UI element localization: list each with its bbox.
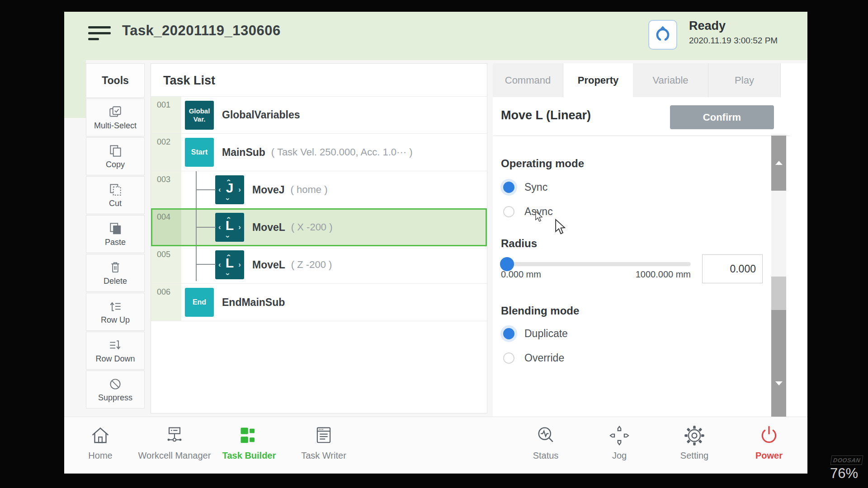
tool-label: Suppress (98, 393, 132, 403)
tree-connector (196, 189, 216, 190)
task-row-globalvariables[interactable]: 001 Global Var. GlobalVariables (151, 96, 487, 134)
radio-sync[interactable]: Sync (503, 181, 547, 193)
radius-slider-track[interactable] (501, 262, 691, 266)
row-up-button[interactable]: Row Up (86, 293, 145, 331)
nav-status[interactable]: Status (507, 422, 584, 471)
row-number: 002 (151, 134, 181, 171)
hamburger-menu-icon[interactable] (88, 26, 111, 45)
task-params: ( home ) (291, 184, 328, 196)
radio-selected-icon[interactable] (503, 328, 514, 339)
radio-selected-icon[interactable] (503, 182, 514, 193)
task-params: ( Task Vel. 250.000, Acc. 1.0··· ) (271, 146, 413, 158)
task-row-endmainsub[interactable]: 006 End EndMainSub (151, 284, 487, 321)
tools-title: Tools (86, 63, 145, 98)
movej-icon: J ‹› ›› (215, 175, 244, 204)
task-name: MainSub (222, 146, 265, 159)
power-icon (758, 424, 780, 447)
radio-async[interactable]: Async (503, 206, 553, 218)
suppress-icon (108, 376, 123, 392)
start-badge: Start (185, 138, 214, 167)
tool-label: Copy (106, 160, 125, 169)
property-scrollbar[interactable] (771, 134, 786, 417)
row-down-icon (108, 338, 123, 353)
confirm-button[interactable]: Confirm (670, 105, 774, 129)
tree-connector (196, 227, 216, 228)
tab-play[interactable]: Play (708, 63, 781, 97)
nav-setting[interactable]: Setting (656, 422, 733, 471)
volume-percent-overlay: 76% (830, 465, 858, 482)
nav-power[interactable]: Power (731, 422, 807, 471)
tab-command[interactable]: Command (493, 63, 563, 97)
row-number: 006 (151, 284, 181, 321)
paste-icon (108, 221, 123, 236)
paste-button[interactable]: Paste (86, 215, 145, 253)
task-list-title: Task List (163, 74, 215, 88)
row-number: 001 (151, 97, 181, 133)
row-up-icon (108, 299, 123, 314)
task-row-movel-2[interactable]: 005 L ‹› ›› MoveL ( Z -200 ) (151, 246, 487, 284)
delete-button[interactable]: Delete (86, 254, 145, 292)
row-number: 004 (151, 209, 181, 246)
doosan-watermark: DOOSAN (830, 455, 863, 465)
tab-variable[interactable]: Variable (633, 63, 708, 97)
task-name: GlobalVariables (222, 109, 300, 121)
task-name: EndMainSub (222, 296, 285, 309)
operating-mode-label: Operating mode (501, 157, 584, 170)
tool-label: Paste (105, 238, 126, 247)
scroll-down-icon (775, 381, 783, 385)
row-down-button[interactable]: Row Down (86, 332, 145, 370)
blending-mode-label: Blending mode (501, 305, 579, 317)
robot-status-button[interactable] (648, 20, 677, 50)
task-row-mainsub[interactable]: 002 Start MainSub ( Task Vel. 250.000, A… (151, 134, 487, 171)
tab-property[interactable]: Property (563, 63, 633, 97)
tool-label: Delete (104, 277, 127, 286)
status-icon (534, 424, 557, 447)
task-list-panel: Task List 001 Global Var. GlobalVariable… (151, 63, 487, 413)
movel-icon: L ‹› ›› (215, 250, 244, 279)
cut-button[interactable]: Cut (86, 176, 145, 214)
multi-select-button[interactable]: Multi-Select (86, 99, 145, 136)
scroll-thumb[interactable] (771, 277, 786, 310)
jog-icon (608, 424, 631, 447)
tools-sidebar: Tools Multi-Select Copy Cut (86, 63, 145, 417)
radio-override[interactable]: Override (503, 352, 564, 364)
page-title: Task_20201119_130606 (122, 23, 281, 39)
task-name: MoveJ (252, 184, 285, 196)
setting-icon (683, 424, 706, 447)
radio-unselected-icon[interactable] (503, 206, 514, 217)
task-name: MoveL (252, 221, 285, 234)
property-panel: Command Property Variable Play Move L (L… (493, 63, 807, 417)
row-number: 003 (151, 171, 181, 208)
scroll-up-button[interactable] (771, 136, 786, 191)
divider (493, 136, 790, 136)
suppress-button[interactable]: Suppress (86, 371, 145, 408)
status-timestamp: 2020.11.19 3:00:52 PM (689, 36, 778, 46)
radius-label: Radius (501, 237, 537, 250)
movel-icon: L ‹› ›› (215, 213, 244, 242)
tool-label: Row Up (101, 315, 130, 325)
task-params: ( Z -200 ) (291, 259, 332, 271)
status-label: Ready (689, 19, 778, 33)
nav-workcell-manager[interactable]: Workcell Manager (136, 422, 213, 471)
tool-label: Cut (109, 199, 122, 208)
nav-task-writer[interactable]: Task Writer (285, 422, 362, 471)
task-writer-icon (312, 424, 335, 447)
nav-jog[interactable]: Jog (581, 422, 658, 471)
command-title: Move L (Linear) (501, 108, 591, 122)
bottom-navigation: Home Workcell Manager Task Bui (64, 417, 807, 474)
radio-duplicate[interactable]: Duplicate (503, 328, 568, 340)
radio-unselected-icon[interactable] (503, 352, 514, 364)
nav-home[interactable]: Home (64, 422, 139, 471)
copy-button[interactable]: Copy (86, 137, 145, 175)
row-number: 005 (151, 246, 181, 283)
scroll-up-icon (775, 161, 783, 165)
nav-task-builder[interactable]: Task Builder (211, 422, 288, 471)
task-params: ( X -200 ) (291, 221, 333, 233)
scroll-down-button[interactable] (771, 310, 786, 417)
global-var-badge: Global Var. (185, 101, 214, 130)
tool-label: Multi-Select (94, 121, 137, 131)
tool-label: Row Down (95, 354, 135, 364)
slider-max-label: 1000.000 mm (501, 269, 691, 280)
cut-icon (108, 182, 123, 197)
radius-value-input[interactable] (702, 254, 763, 283)
